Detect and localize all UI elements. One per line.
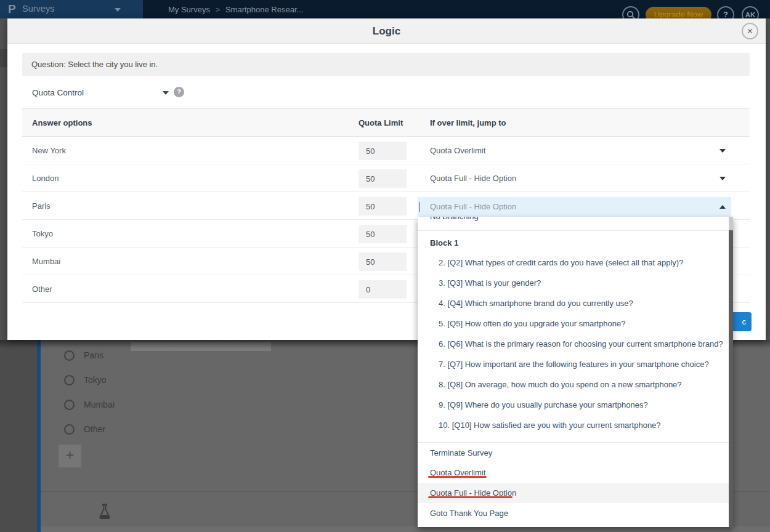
breadcrumb: My Surveys>Smartphone Resear... — [168, 5, 303, 14]
text-cursor — [419, 202, 420, 212]
question-context-bar: Question: Select the city you live in. — [22, 53, 750, 76]
help-icon[interactable]: ? — [174, 87, 184, 97]
dropdown-item[interactable]: 5. [Q5] How often do you upgrade your sm… — [418, 313, 729, 334]
option-label: Tokyo — [32, 220, 53, 248]
dropdown-action-quota-overlimit[interactable]: Quota Overlimit — [418, 462, 729, 483]
flask-icon[interactable] — [98, 504, 111, 520]
option-label: Other — [84, 424, 105, 434]
combobox-value: Quota Full - Hide Option — [430, 202, 516, 211]
dimmed-sidebar-item — [0, 49, 7, 67]
top-header: P Surveys My Surveys>Smartphone Resear..… — [0, 0, 770, 18]
breadcrumb-survey-name[interactable]: Smartphone Resear... — [225, 5, 303, 14]
dropdown-item-clipped[interactable]: No Branching — [418, 217, 729, 227]
option-label: Paris — [32, 192, 51, 220]
product-name: Surveys — [22, 4, 54, 14]
dropdown-action-goto-thankyou[interactable]: Goto Thank You Page — [418, 503, 729, 523]
card-bottom-band — [41, 526, 770, 532]
dropdown-item[interactable]: 8. [Q8] On average, how much do you spen… — [418, 374, 729, 395]
chevron-down-icon[interactable] — [719, 177, 726, 180]
dropdown-scrollbar[interactable] — [729, 217, 733, 527]
dropdown-item[interactable]: 7. [Q7] How important are the following … — [418, 354, 729, 374]
option-label: Mumbai — [84, 400, 115, 409]
radio-icon[interactable] — [64, 400, 75, 410]
dropdown-item[interactable]: 6. [Q6] What is the primary reason for c… — [418, 334, 729, 354]
dropdown-item[interactable]: 10. [Q10] How satisfied are you with you… — [418, 415, 729, 435]
dimmed-page-margin — [0, 340, 37, 532]
jump-to-value[interactable]: Quota Overlimit — [430, 137, 485, 165]
red-annotation-underline — [428, 476, 487, 478]
col-quota-limit: Quota Limit — [359, 109, 403, 137]
questionpro-logo-icon: P — [8, 2, 16, 16]
option-label: Other — [32, 275, 52, 303]
table-header-row: Answer options Quota Limit If over limit… — [22, 108, 750, 137]
col-jump-to: If over limit, jump to — [430, 109, 506, 137]
dimmed-right-edge — [766, 18, 770, 340]
logic-type-value: Quota Control — [32, 88, 84, 97]
breadcrumb-separator-icon: > — [216, 6, 220, 14]
dropdown-separator — [418, 230, 729, 231]
radio-icon[interactable] — [64, 350, 75, 361]
quota-limit-input[interactable] — [359, 169, 407, 188]
jump-to-combobox-open[interactable]: Quota Full - Hide Option — [418, 197, 731, 217]
dropdown-action-quota-full-hide[interactable]: Quota Full - Hide Option — [418, 483, 729, 503]
radio-icon[interactable] — [64, 375, 75, 385]
search-icon — [626, 10, 635, 19]
dropdown-action-terminate[interactable]: Terminate Survey — [418, 443, 729, 463]
option-label: London — [32, 164, 59, 192]
radio-icon[interactable] — [64, 424, 75, 435]
close-icon[interactable]: × — [742, 23, 758, 39]
chevron-down-icon[interactable] — [719, 149, 726, 153]
breadcrumb-my-surveys[interactable]: My Surveys — [168, 5, 210, 14]
product-switcher[interactable]: P Surveys — [0, 0, 143, 18]
modal-title: Logic — [7, 18, 766, 44]
red-annotation-underline — [428, 496, 513, 498]
option-label: Paris — [84, 350, 103, 360]
dropdown-item-label: No Branching — [430, 217, 479, 221]
dropdown-item[interactable]: 4. [Q4] Which smartphone brand do you cu… — [418, 293, 729, 313]
app-root: P Surveys My Surveys>Smartphone Resear..… — [0, 0, 770, 532]
dropdown-item[interactable]: 3. [Q3] What is your gender? — [418, 273, 729, 293]
chevron-up-icon — [719, 205, 726, 209]
scrollbar-thumb[interactable] — [729, 230, 733, 527]
quota-limit-input[interactable] — [359, 197, 407, 216]
quota-limit-input[interactable] — [359, 225, 407, 243]
option-label: Mumbai — [32, 248, 60, 275]
dropdown-item[interactable]: 9. [Q9] Where do you usually purchase yo… — [418, 395, 729, 415]
option-label: Tokyo — [84, 375, 107, 385]
logic-type-select[interactable]: Quota Control — [32, 85, 171, 102]
jump-target-dropdown: No Branching Block 1 2. [Q2] What types … — [418, 217, 733, 527]
jump-to-value[interactable]: Quota Full - Hide Option — [430, 164, 516, 193]
dropdown-group-label: Block 1 — [430, 234, 458, 252]
col-answer-options: Answer options — [32, 109, 92, 137]
chevron-down-icon — [115, 8, 121, 12]
quota-limit-input[interactable] — [359, 252, 407, 271]
table-row: London Quota Full - Hide Option — [22, 164, 750, 192]
table-row: New York Quota Overlimit — [22, 137, 750, 164]
modal-header: Logic — [7, 18, 766, 44]
add-option-button[interactable]: + — [59, 445, 81, 467]
quota-limit-input[interactable] — [359, 142, 407, 160]
quota-limit-input[interactable] — [359, 280, 407, 299]
dropdown-item[interactable]: 2. [Q2] What types of credit cards do yo… — [418, 252, 729, 273]
chevron-down-icon — [163, 91, 169, 95]
option-label: New York — [32, 137, 66, 164]
